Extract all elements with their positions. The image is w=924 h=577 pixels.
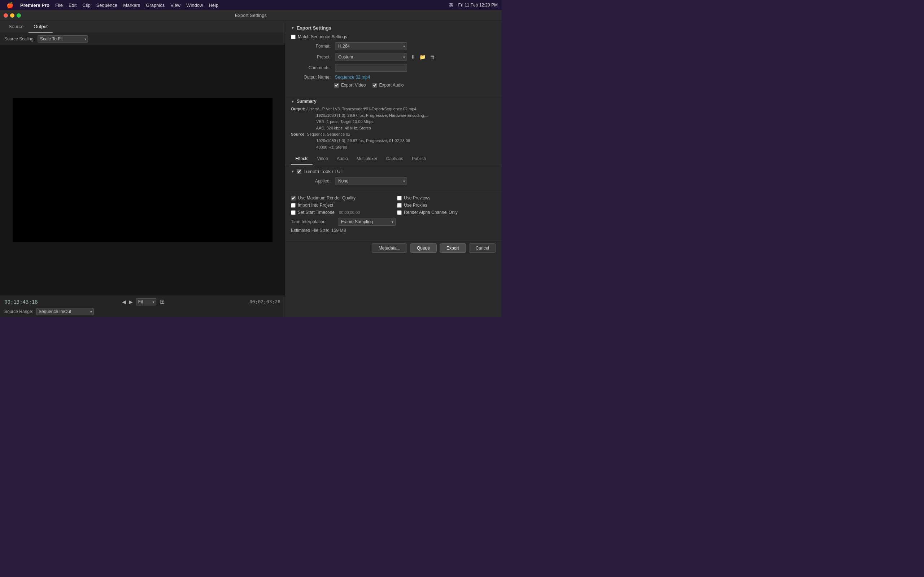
minimize-button[interactable]	[10, 13, 15, 18]
menu-window[interactable]: Window	[183, 3, 206, 8]
export-video-row: Export Video	[334, 82, 366, 88]
source-scaling-select[interactable]: Scale To FitScale To FillStretch To Fill…	[37, 35, 88, 43]
lumetri-collapse-icon[interactable]: ▼	[291, 169, 294, 174]
summary-text: Output: /Users/...P Ver LV3_Trancscoded/…	[291, 106, 496, 150]
menu-graphics[interactable]: Graphics	[143, 3, 168, 8]
comments-input[interactable]	[335, 64, 407, 72]
preview-area	[0, 45, 285, 295]
menu-edit[interactable]: Edit	[66, 3, 79, 8]
export-video-checkbox[interactable]	[334, 83, 339, 88]
render-alpha-checkbox[interactable]	[397, 210, 402, 215]
menu-help[interactable]: Help	[206, 3, 221, 8]
output-line3: AAC, 320 kbps, 48 kHz, Stereo	[316, 126, 371, 130]
app-name[interactable]: Premiere Pro	[17, 3, 52, 8]
titlebar: Export Settings	[0, 10, 502, 21]
queue-button[interactable]: Queue	[410, 243, 437, 253]
max-render-quality-checkbox[interactable]	[291, 196, 296, 200]
timecode-bar: 00;13;43;18 ◀ ▶ Fit25%50%75%100% ⊞ 00;02…	[4, 298, 281, 306]
timecode-end: 00;02;03;28	[249, 299, 281, 305]
tab-effects[interactable]: Effects	[291, 153, 313, 165]
bottom-options: Use Maximum Render Quality Use Previews …	[285, 192, 502, 240]
estimated-file-size-label: Estimated File Size:	[291, 228, 329, 233]
summary-header: ▼ Summary	[291, 99, 496, 104]
right-panel: ▼ Export Settings Match Sequence Setting…	[285, 21, 502, 318]
lumetri-title: Lumetri Look / LUT	[304, 169, 344, 174]
import-into-project-row: Import Into Project	[291, 203, 390, 208]
use-previews-row: Use Previews	[397, 195, 496, 200]
timecode-start: 00;13;43;18	[4, 299, 38, 305]
output-line1: 1920x1080 (1.0), 29.97 fps, Progressive,…	[316, 113, 428, 118]
tab-video[interactable]: Video	[313, 153, 332, 165]
delete-preset-button[interactable]: 🗑	[428, 53, 436, 61]
time-interpolation-select[interactable]: Frame SamplingFrame BlendingOptical Flow	[338, 218, 396, 226]
source-scaling-label: Source Scaling:	[4, 36, 35, 42]
step-back-button[interactable]: ◀	[122, 299, 126, 305]
source-line2: 48000 Hz, Stereo	[316, 145, 347, 149]
match-sequence-label: Match Sequence Settings	[298, 34, 347, 39]
save-preset-button[interactable]: ⬇	[409, 53, 417, 61]
lumetri-applied-label: Applied:	[291, 179, 331, 184]
tab-output[interactable]: Output	[29, 21, 53, 33]
output-name-link[interactable]: Sequence 02.mp4	[335, 75, 370, 80]
menu-clip[interactable]: Clip	[79, 3, 93, 8]
lumetri-applied-select[interactable]: NoneCustomBrowse...	[335, 177, 407, 185]
fit-select[interactable]: Fit25%50%75%100%	[136, 298, 156, 305]
export-checks-row: Export Video Export Audio	[334, 82, 496, 90]
metadata-button[interactable]: Metadata...	[372, 243, 407, 253]
clock: Fri 11 Feb 12:29 PM	[457, 3, 499, 8]
menu-sequence[interactable]: Sequence	[94, 3, 121, 8]
action-buttons: Metadata... Queue Export Cancel	[285, 240, 502, 256]
tab-captions[interactable]: Captions	[382, 153, 407, 165]
tab-multiplexer[interactable]: Multiplexer	[352, 153, 382, 165]
format-select[interactable]: H.264H.265MPEG2QuickTimeDNxHDProRes	[335, 42, 407, 50]
tab-publish[interactable]: Publish	[407, 153, 430, 165]
timeline-icon[interactable]: ⊞	[159, 298, 165, 306]
format-row: Format: H.264H.265MPEG2QuickTimeDNxHDPro…	[291, 42, 496, 50]
set-start-timecode-checkbox[interactable]	[291, 210, 296, 215]
import-preset-button[interactable]: 📁	[418, 53, 427, 61]
cancel-button[interactable]: Cancel	[469, 243, 496, 253]
preset-select[interactable]: CustomMatch Source - High bitrateYouTube…	[335, 53, 407, 61]
menu-markers[interactable]: Markers	[120, 3, 143, 8]
lumetri-checkbox[interactable]	[297, 169, 301, 174]
import-into-project-checkbox[interactable]	[291, 203, 296, 208]
summary-collapse-icon[interactable]: ▼	[291, 100, 294, 103]
lang-indicator: 英	[448, 2, 454, 8]
panel-tabs: Source Output	[0, 21, 285, 33]
use-previews-checkbox[interactable]	[397, 196, 402, 200]
export-settings-title: Export Settings	[297, 25, 331, 31]
maximize-button[interactable]	[16, 13, 21, 18]
export-video-label: Export Video	[341, 82, 366, 88]
export-audio-label: Export Audio	[380, 82, 404, 88]
source-range-select-wrapper: Sequence In/OutEntire SequenceWork AreaC…	[36, 308, 94, 315]
source-range-select[interactable]: Sequence In/OutEntire SequenceWork AreaC…	[36, 308, 94, 315]
render-alpha-label: Render Alpha Channel Only	[404, 210, 458, 215]
menu-view[interactable]: View	[168, 3, 183, 8]
use-proxies-checkbox[interactable]	[397, 203, 402, 208]
output-name-label: Output Name:	[291, 75, 331, 80]
export-audio-checkbox[interactable]	[373, 83, 377, 88]
close-button[interactable]	[3, 13, 8, 18]
use-proxies-row: Use Proxies	[397, 203, 496, 208]
export-button[interactable]: Export	[439, 243, 466, 253]
source-scaling-select-wrapper: Scale To FitScale To FillStretch To Fill…	[37, 35, 88, 43]
match-sequence-checkbox[interactable]	[291, 35, 296, 39]
import-into-project-label: Import Into Project	[298, 203, 333, 208]
match-sequence-row: Match Sequence Settings	[291, 34, 496, 39]
fit-select-wrapper: Fit25%50%75%100%	[136, 298, 156, 305]
tab-audio[interactable]: Audio	[333, 153, 352, 165]
interpolation-select-wrapper: Frame SamplingFrame BlendingOptical Flow	[338, 218, 396, 226]
max-render-quality-label: Use Maximum Render Quality	[298, 195, 355, 200]
preset-label: Preset:	[291, 55, 331, 60]
apple-menu[interactable]: 🍎	[3, 2, 17, 9]
lumetri-section: ▼ Lumetri Look / LUT Applied: NoneCustom…	[285, 165, 502, 192]
step-forward-button[interactable]: ▶	[129, 299, 133, 305]
preset-select-wrapper: CustomMatch Source - High bitrateYouTube…	[335, 53, 407, 61]
tab-source[interactable]: Source	[3, 21, 29, 33]
format-label: Format:	[291, 44, 331, 49]
menu-file[interactable]: File	[52, 3, 66, 8]
summary-title: Summary	[297, 99, 317, 104]
collapse-arrow-icon[interactable]: ▼	[291, 26, 294, 30]
source-label: Source:	[291, 132, 306, 136]
estimated-file-size-value: 159 MB	[331, 228, 346, 233]
